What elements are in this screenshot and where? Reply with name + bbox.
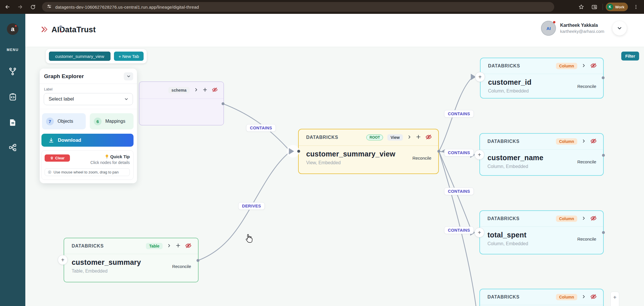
lightbulb-icon: [105, 154, 109, 159]
expand-chevron-icon[interactable]: [167, 243, 171, 249]
table-badge: Table: [146, 243, 163, 249]
objects-label: Objects: [58, 119, 73, 124]
browser-back-icon[interactable]: [2, 2, 13, 12]
workflow-network-icon[interactable]: [7, 142, 18, 153]
document-icon[interactable]: [7, 116, 18, 128]
customer-id-right-handle[interactable]: [602, 76, 605, 79]
browser-chrome: datagents-dev-1060627628276.us-central1.…: [0, 0, 644, 14]
schema-right-handle[interactable]: [222, 102, 224, 105]
profile-name: Work: [615, 5, 624, 9]
page-title: AI.DataTrust: [52, 25, 96, 34]
reconcile-link[interactable]: Reconcile: [412, 156, 431, 160]
reconcile-link[interactable]: Reconcile: [172, 264, 191, 269]
expand-chevron-icon[interactable]: [582, 63, 586, 69]
download-label: Download: [58, 137, 81, 143]
expand-chevron-icon[interactable]: [582, 216, 586, 222]
hide-eye-off-icon[interactable]: [185, 242, 192, 250]
lineage-canvas[interactable]: customer_summary_view + New Tab Filter G…: [25, 47, 644, 306]
reconcile-link[interactable]: Reconcile: [577, 159, 596, 164]
add-node-icon[interactable]: [176, 243, 181, 249]
url-text: datagents-dev-1060627628276.us-central1.…: [55, 5, 199, 10]
expand-chevron-icon[interactable]: [582, 139, 586, 144]
objects-count-card: 7 Objects: [42, 113, 86, 129]
customer-summary-right-handle[interactable]: [197, 259, 199, 262]
brand-chevrons-icon: [40, 26, 49, 34]
new-tab-button[interactable]: + New Tab: [114, 52, 144, 61]
user-chevron-button[interactable]: [612, 21, 627, 35]
site-settings-icon[interactable]: [47, 4, 52, 10]
chrome-separator: [603, 4, 603, 10]
download-icon: [48, 137, 54, 143]
node-source: DATABRICKS: [488, 63, 520, 69]
total-spent-right-handle[interactable]: [602, 231, 605, 234]
bookmark-star-icon[interactable]: [576, 2, 586, 12]
edge-label-contains: CONTAINS: [246, 124, 276, 132]
kebab-menu-icon[interactable]: [631, 2, 641, 12]
user-menu[interactable]: AI Kartheek Yakkala kartheeky@arhasi.com: [541, 21, 627, 36]
expand-plus-customer-id[interactable]: +: [475, 72, 485, 82]
node-subtitle: Table, Embedded: [72, 269, 192, 274]
lineage-branch-icon[interactable]: [7, 66, 18, 77]
user-name: Kartheek Yakkala: [560, 23, 604, 28]
node-subtitle: Column, Embedded: [487, 164, 597, 169]
hide-eye-off-icon[interactable]: [590, 293, 597, 301]
graph-explorer-panel: Graph Explorer Label Select label 7 Obje…: [40, 69, 137, 183]
circle-dot-icon: [48, 170, 52, 174]
column-badge: Column: [556, 216, 577, 222]
customer-name-right-handle[interactable]: [602, 154, 605, 157]
node-schema[interactable]: schema: [139, 82, 224, 125]
label-select[interactable]: Select label: [44, 93, 133, 105]
download-button[interactable]: Download: [41, 134, 134, 147]
expand-chevron-icon[interactable]: [582, 294, 586, 300]
add-node-icon[interactable]: [203, 87, 207, 93]
node-source: DATABRICKS: [306, 135, 338, 140]
node-source: DATABRICKS: [72, 243, 104, 249]
arhasi-logo[interactable]: a: [7, 23, 18, 35]
clear-label: Clear: [55, 156, 65, 160]
node-partial-bottom[interactable]: DATABRICKS Column: [479, 289, 604, 306]
tab-customer-summary-view[interactable]: customer_summary_view: [49, 52, 110, 61]
expand-chevron-icon[interactable]: [407, 135, 411, 140]
panel-collapse-button[interactable]: [124, 72, 133, 80]
main-area: AI.DataTrust AI Kartheek Yakkala karthee…: [25, 14, 644, 306]
node-subtitle: Column, Embedded: [487, 241, 597, 246]
reconcile-link[interactable]: Reconcile: [577, 237, 596, 241]
add-node-icon[interactable]: [416, 134, 421, 141]
clipboard-code-icon[interactable]: [7, 91, 18, 103]
menu-label: MENU: [7, 48, 18, 52]
mouse-cursor: [245, 233, 253, 245]
expand-plus-customer-summary[interactable]: +: [58, 255, 68, 265]
address-bar[interactable]: datagents-dev-1060627628276.us-central1.…: [42, 2, 554, 12]
logo-letter: a: [11, 25, 14, 33]
node-customer-name[interactable]: DATABRICKS Column customer_name Column, …: [479, 133, 604, 176]
edge-arrowhead: [289, 148, 294, 154]
hide-eye-off-icon[interactable]: [212, 87, 218, 94]
view-right-handle[interactable]: [437, 150, 440, 153]
browser-forward-icon[interactable]: [15, 2, 25, 12]
expand-plus-total-spent[interactable]: +: [475, 228, 484, 237]
hide-eye-off-icon[interactable]: [590, 138, 597, 146]
hide-eye-off-icon[interactable]: [425, 134, 432, 141]
filter-button[interactable]: Filter: [621, 52, 639, 61]
hide-eye-off-icon[interactable]: [590, 215, 597, 223]
browser-profile-chip[interactable]: K Work: [606, 3, 628, 11]
edge-label-contains: CONTAINS: [444, 226, 474, 234]
search-tabs-icon[interactable]: [589, 2, 600, 12]
expand-plus-customer-name[interactable]: +: [475, 150, 484, 160]
clear-button[interactable]: Clear: [45, 154, 70, 162]
node-customer-summary-view[interactable]: DATABRICKS ROOT View customer_summary_vi…: [298, 129, 439, 174]
node-customer-id[interactable]: DATABRICKS Column customer_id Column, Em…: [480, 58, 604, 99]
browser-reload-icon[interactable]: [28, 2, 38, 12]
view-left-handle[interactable]: [297, 150, 300, 153]
label-caption: Label: [44, 87, 137, 91]
reconcile-link[interactable]: Reconcile: [577, 84, 596, 89]
node-source: DATABRICKS: [487, 139, 519, 144]
canvas-zoom-in-button[interactable]: +: [610, 292, 619, 306]
hide-eye-off-icon[interactable]: [590, 62, 597, 70]
app-brand: AI.DataTrust: [40, 25, 96, 34]
objects-count: 7: [46, 118, 54, 125]
node-customer-summary[interactable]: DATABRICKS Table customer_summary Table,…: [64, 238, 199, 282]
node-total-spent[interactable]: DATABRICKS Column total_spent Column, Em…: [479, 210, 604, 254]
edge-label-contains: CONTAINS: [444, 188, 474, 195]
expand-chevron-icon[interactable]: [194, 88, 198, 93]
